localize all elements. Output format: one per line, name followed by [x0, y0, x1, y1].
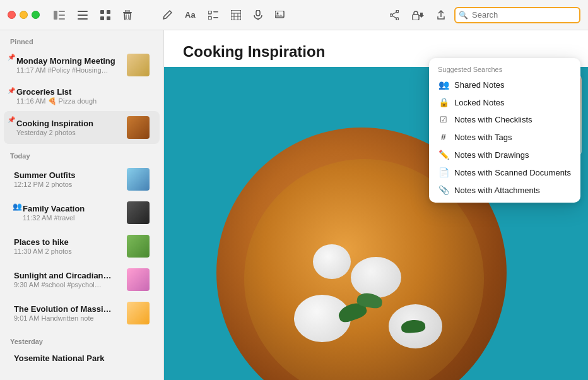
note-thumbnail: [127, 201, 150, 224]
today-section-header: Today: [0, 145, 163, 162]
svg-rect-17: [231, 10, 241, 20]
checklists-icon: ☑: [438, 115, 449, 124]
dropdown-item-label: Notes with Scanned Documents: [454, 168, 571, 177]
dropdown-item-attachments[interactable]: 📎 Notes with Attachments: [429, 181, 580, 199]
list-view-button[interactable]: [74, 8, 91, 22]
list-item[interactable]: 👥 Family Vacation 11:32 AM #travel: [4, 196, 160, 229]
list-item[interactable]: The Evolution of Massi… 9:01 AM Handwrit…: [4, 297, 160, 330]
svg-rect-13: [208, 11, 211, 14]
scanned-docs-icon: 📄: [438, 167, 449, 177]
note-text: The Evolution of Massi… 9:01 AM Handwrit…: [14, 304, 122, 322]
lock-button[interactable]: [408, 8, 428, 23]
note-text: Sunlight and Circadian… 9:30 AM #school …: [14, 271, 122, 288]
search-input[interactable]: [454, 7, 580, 23]
note-meta: 9:01 AM Handwritten note: [14, 314, 122, 322]
svg-line-31: [392, 16, 396, 18]
note-meta: 9:30 AM #school #psychol…: [14, 281, 122, 288]
note-title: Sunlight and Circadian…: [14, 271, 122, 280]
mozzarella-4: [313, 244, 351, 279]
yesterday-section-header: Yesterday: [0, 330, 163, 348]
note-thumbnail: [127, 268, 150, 291]
list-item[interactable]: 📌 Monday Morning Meeting 11:17 AM #Polic…: [4, 49, 160, 81]
table-button[interactable]: [227, 8, 245, 23]
svg-rect-1: [59, 11, 65, 12]
svg-rect-9: [100, 16, 104, 20]
note-meta: 11:17 AM #Policy #Housing…: [16, 66, 122, 74]
note-text: Monday Morning Meeting 11:17 AM #Policy …: [16, 56, 122, 74]
note-text: Family Vacation 11:32 AM #travel: [23, 204, 122, 222]
share-icon-button[interactable]: [386, 8, 403, 23]
dropdown-item-tags[interactable]: # Notes with Tags: [429, 128, 580, 146]
svg-point-28: [396, 18, 399, 20]
tags-icon: #: [438, 132, 449, 142]
dropdown-item-checklists[interactable]: ☑ Notes with Checklists: [429, 111, 580, 128]
list-item[interactable]: 📌 Cooking Inspiration Yesterday 2 photos: [4, 111, 160, 144]
search-dropdown: Suggested Searches 👥 Shared Notes 🔒 Lock…: [429, 58, 580, 203]
locked-notes-icon: 🔒: [438, 97, 449, 107]
close-button[interactable]: [8, 11, 16, 19]
dropdown-item-label: Notes with Checklists: [454, 115, 532, 124]
svg-rect-0: [54, 11, 57, 20]
note-thumbnail: [127, 302, 150, 324]
dropdown-item-label: Notes with Attachments: [454, 186, 540, 195]
fullscreen-button[interactable]: [32, 11, 40, 19]
minimize-button[interactable]: [20, 11, 28, 19]
compose-button[interactable]: [158, 8, 176, 23]
dropdown-item-drawings[interactable]: ✏️ Notes with Drawings: [429, 146, 580, 163]
note-thumbnail: [127, 54, 150, 76]
dropdown-item-shared[interactable]: 👥 Shared Notes: [429, 76, 580, 93]
svg-rect-32: [413, 15, 419, 20]
list-item[interactable]: Summer Outfits 12:12 PM 2 photos: [4, 163, 160, 196]
note-title: The Evolution of Massi…: [14, 304, 122, 314]
main-area: Pinned 📌 Monday Morning Meeting 11:17 AM…: [0, 30, 588, 380]
note-meta: 12:12 PM 2 photos: [14, 181, 122, 188]
list-item[interactable]: 📌 Groceries List 11:16 AM 🍕 Pizza dough: [4, 82, 160, 110]
svg-rect-15: [213, 11, 218, 13]
titlebar: Aa 🔍: [0, 0, 588, 30]
note-text: Summer Outfits 12:12 PM 2 photos: [14, 170, 122, 188]
note-thumbnail: [127, 235, 150, 258]
dropdown-item-scanned[interactable]: 📄 Notes with Scanned Documents: [429, 163, 580, 181]
media-button[interactable]: [271, 8, 289, 22]
traffic-lights: [8, 11, 40, 19]
note-text: Places to hike 11:30 AM 2 photos: [14, 237, 122, 255]
mozzarella-2: [351, 257, 401, 298]
note-title: Summer Outfits: [14, 170, 122, 180]
dropdown-item-label: Shared Notes: [454, 80, 505, 90]
svg-point-29: [390, 14, 392, 16]
note-meta: 11:30 AM 2 photos: [14, 247, 122, 255]
list-item[interactable]: Yosemite National Park: [4, 348, 160, 368]
svg-rect-12: [126, 10, 129, 12]
font-button[interactable]: Aa: [181, 8, 199, 22]
svg-rect-3: [59, 18, 65, 20]
delete-button[interactable]: [119, 8, 136, 23]
note-title: Family Vacation: [23, 204, 122, 213]
svg-rect-4: [78, 11, 88, 12]
note-title: Monday Morning Meeting: [16, 56, 122, 66]
dropdown-item-locked[interactable]: 🔒 Locked Notes: [429, 93, 580, 111]
svg-rect-10: [107, 16, 110, 20]
checklist-button[interactable]: [204, 8, 222, 22]
pinned-section-header: Pinned: [0, 30, 163, 48]
note-text: Cooking Inspiration Yesterday 2 photos: [16, 119, 122, 136]
drawings-icon: ✏️: [438, 150, 449, 160]
svg-rect-5: [78, 15, 88, 16]
note-meta: 11:16 AM 🍕 Pizza dough: [16, 97, 150, 105]
svg-rect-2: [59, 15, 65, 16]
sidebar-toggle-button[interactable]: [50, 8, 69, 22]
dropdown-item-label: Notes with Drawings: [454, 150, 529, 160]
sidebar: Pinned 📌 Monday Morning Meeting 11:17 AM…: [0, 30, 164, 380]
audio-button[interactable]: [250, 8, 266, 23]
note-thumbnail: [127, 168, 150, 191]
note-meta: 11:32 AM #travel: [23, 214, 122, 222]
grid-view-button[interactable]: [97, 8, 114, 23]
note-title: Cooking Inspiration: [16, 119, 122, 128]
svg-rect-8: [107, 10, 110, 14]
note-meta: Yesterday 2 photos: [16, 129, 122, 136]
list-item[interactable]: Sunlight and Circadian… 9:30 AM #school …: [4, 263, 160, 296]
list-item[interactable]: Places to hike 11:30 AM 2 photos: [4, 230, 160, 263]
note-title: Groceries List: [16, 87, 150, 97]
dropdown-section-header: Suggested Searches: [429, 62, 580, 76]
note-content: Cooking Inspiration: [164, 30, 588, 380]
export-button[interactable]: [433, 8, 449, 23]
